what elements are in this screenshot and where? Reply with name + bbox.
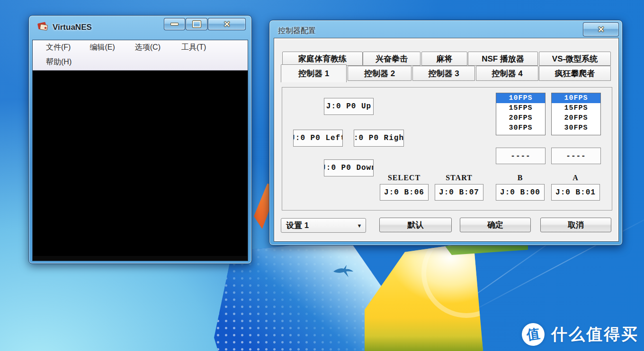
- smzdm-label: 什么值得买: [551, 324, 639, 345]
- minimize-icon: [170, 23, 179, 26]
- a-label: A: [551, 174, 600, 182]
- default-button[interactable]: 默认: [379, 218, 452, 232]
- menu-bar: 文件(F) 编辑(E) 选项(C) 工具(T) 帮助(H): [33, 40, 248, 70]
- tab-exciting-boxing[interactable]: 兴奋拳击: [363, 52, 420, 66]
- b-field[interactable]: J:0 B:00: [496, 184, 545, 201]
- ok-button[interactable]: 确定: [460, 218, 531, 232]
- maximize-icon: [193, 21, 201, 27]
- grass-silhouette: [365, 318, 483, 351]
- fps-option[interactable]: 20FPS: [552, 113, 600, 123]
- tab-nsf-player[interactable]: NSF 播放器: [468, 52, 538, 66]
- menu-edit[interactable]: 编辑(E): [85, 43, 119, 53]
- close-icon: ✕: [224, 20, 230, 28]
- preset-dropdown[interactable]: 设置 1 ▼: [281, 218, 366, 233]
- virtuanes-app-icon: [36, 20, 49, 32]
- dpad-right-field[interactable]: J:0 P0 Right: [354, 130, 404, 147]
- windows-flag-yellow-pane: [365, 242, 483, 351]
- menu-row-2: 帮助(H): [33, 55, 256, 70]
- dialog-close-button[interactable]: ✕: [583, 22, 619, 36]
- dialog-title: 控制器配置: [278, 26, 316, 36]
- close-icon: ✕: [598, 26, 604, 34]
- a-field[interactable]: J:0 B:01: [551, 184, 600, 201]
- menu-row-1: 文件(F) 编辑(E) 选项(C) 工具(T): [33, 40, 256, 55]
- tab-crazy-climber[interactable]: 疯狂攀爬者: [539, 66, 611, 81]
- start-label: START: [435, 174, 483, 182]
- chevron-down-icon: ▼: [353, 223, 366, 228]
- smzdm-badge-icon: 值: [520, 322, 546, 347]
- smzdm-watermark: 值 什么值得买: [522, 323, 639, 346]
- maximize-button[interactable]: [186, 18, 207, 30]
- dialog-content: 家庭体育教练 兴奋拳击 麻将 NSF 播放器 VS-微型系统 控制器 1 控制器…: [274, 38, 619, 242]
- controller-config-dialog: 控制器配置 ✕ 家庭体育教练 兴奋拳击 麻将 NSF 播放器 VS-微型系统 控…: [269, 20, 623, 246]
- tab-vs-unisystem[interactable]: VS-微型系统: [539, 52, 611, 66]
- rapid-fire-fps-list-a[interactable]: 10FPS 15FPS 20FPS 30FPS: [551, 93, 601, 135]
- select-label: SELECT: [380, 174, 429, 182]
- fps-option[interactable]: 10FPS: [552, 93, 600, 103]
- select-field[interactable]: J:0 B:06: [380, 184, 429, 201]
- preset-dropdown-value: 设置 1: [281, 220, 353, 231]
- menu-tools[interactable]: 工具(T): [177, 43, 211, 53]
- rapid-a-field[interactable]: ----: [551, 148, 601, 164]
- minimize-button[interactable]: [164, 18, 185, 30]
- fps-option[interactable]: 15FPS: [496, 103, 545, 113]
- tab-mahjong[interactable]: 麻将: [421, 52, 467, 66]
- menu-file[interactable]: 文件(F): [41, 43, 75, 53]
- dpad-left-field[interactable]: J:0 P0 Left: [293, 130, 343, 147]
- fps-option[interactable]: 10FPS: [496, 93, 545, 103]
- fps-option[interactable]: 20FPS: [496, 113, 545, 123]
- cancel-button[interactable]: 取消: [540, 218, 611, 232]
- fps-option[interactable]: 15FPS: [552, 103, 600, 113]
- menu-help[interactable]: 帮助(H): [41, 57, 76, 67]
- tab-family-trainer[interactable]: 家庭体育教练: [282, 52, 363, 66]
- desktop: VirtuaNES ✕ 文件(F) 编辑(E) 选项(C) 工具(T) 帮助(H…: [0, 0, 644, 351]
- close-button[interactable]: ✕: [208, 18, 246, 30]
- fps-option[interactable]: 30FPS: [496, 123, 545, 133]
- dpad-down-field[interactable]: J:0 P0 Down: [324, 159, 374, 176]
- b-label: B: [496, 174, 545, 182]
- menu-options[interactable]: 选项(C): [130, 43, 165, 53]
- hummingbird-silhouette: [332, 264, 354, 278]
- fps-option[interactable]: 30FPS: [552, 123, 600, 133]
- tab-controller-3[interactable]: 控制器 3: [412, 66, 475, 81]
- dpad-up-field[interactable]: J:0 P0 Up: [324, 98, 374, 115]
- start-field[interactable]: J:0 B:07: [435, 184, 483, 201]
- tab-controller-4[interactable]: 控制器 4: [476, 66, 538, 81]
- tab-controller-2[interactable]: 控制器 2: [348, 66, 411, 81]
- window-title: VirtuaNES: [53, 23, 92, 32]
- rapid-b-field[interactable]: ----: [496, 148, 546, 164]
- emulator-screen: [33, 70, 247, 256]
- rapid-fire-fps-list-b[interactable]: 10FPS 15FPS 20FPS 30FPS: [496, 93, 546, 135]
- tab-controller-1[interactable]: 控制器 1: [281, 64, 347, 82]
- virtuanes-window: VirtuaNES ✕ 文件(F) 编辑(E) 选项(C) 工具(T) 帮助(H…: [28, 15, 252, 264]
- virtuanes-client-area: 文件(F) 编辑(E) 选项(C) 工具(T) 帮助(H): [32, 40, 248, 261]
